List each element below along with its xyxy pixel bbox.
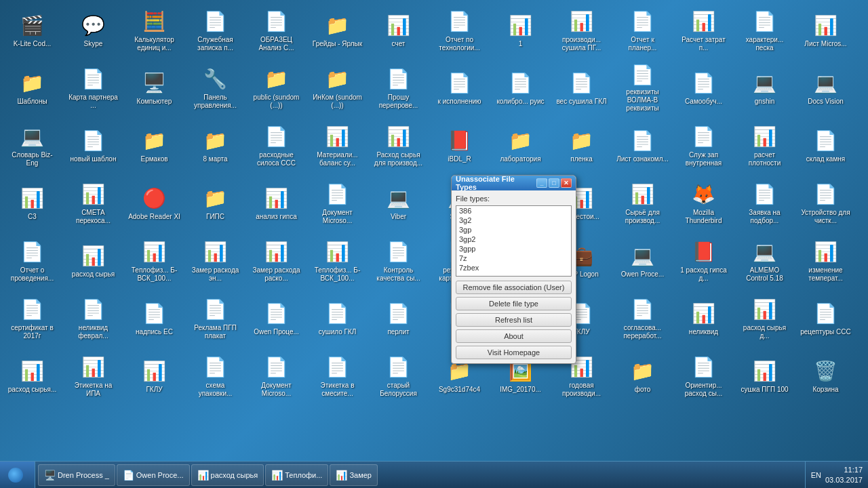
desktop-icon-rashod4[interactable]: 📊расход сырья... (3, 349, 61, 403)
desktop-icon-owen2[interactable]: 💻Owen Proce... (614, 234, 671, 288)
desktop-icon-shablony[interactable]: 📁Шаблоны (3, 61, 61, 115)
desktop-icon-syryo-dlya[interactable]: 📊Сырьё для производ... (614, 176, 671, 230)
taskbar-item-2[interactable]: 📊 расход сырья (191, 464, 264, 486)
desktop-icon-photo[interactable]: 📁фото (614, 349, 671, 403)
desktop-icon-rekvizit[interactable]: 📄реквизиты ВОЛМА-В реквизиты (614, 61, 671, 115)
desktop-icon-smeta[interactable]: 📊СМЕТА перекоса... (64, 176, 122, 230)
desktop-icon-list[interactable]: 📊Лист Micros... (797, 3, 854, 58)
desktop-icon-k-lite[interactable]: 🎬K-Lite Cod... (3, 3, 61, 58)
desktop-icon-list-oznak[interactable]: 📄Лист ознакомл... (614, 119, 671, 173)
desktop-icon-plenka[interactable]: 📁пленка (553, 119, 610, 173)
taskbar-item-4[interactable]: 📊 Замер (330, 464, 378, 486)
desktop-icon-slovar[interactable]: 💻Словарь Biz-Eng (3, 119, 61, 173)
desktop-icon-schema[interactable]: 📄схема упаковки... (186, 349, 244, 403)
desktop-icon-1[interactable]: 📊1 (492, 3, 549, 58)
delete-file-type-button[interactable]: Delete file type (456, 297, 572, 310)
desktop-icon-viber[interactable]: 💻Viber (370, 176, 427, 230)
desktop-icon-otchet1[interactable]: 📄Отчет по технологии... (431, 3, 488, 58)
desktop-icon-gklu2[interactable]: 📊ГКЛУ (125, 349, 183, 403)
desktop-icon-rashody[interactable]: 📄расходные силоса ССС (248, 119, 305, 173)
desktop-icon-nelikvid[interactable]: 📊неликвид (675, 291, 732, 346)
desktop-icon-produce[interactable]: 📊производи... сушила ПГ... (553, 3, 610, 58)
desktop-icon-kolibro[interactable]: 📄колибро... руис (492, 61, 549, 115)
desktop-icon-schet[interactable]: 📊счет (370, 3, 427, 58)
desktop-icon-materialy[interactable]: 📊Материали... баланс су... (309, 119, 366, 173)
desktop-icon-docs[interactable]: 💻Docs Vision (797, 61, 854, 115)
desktop-icon-gnshin[interactable]: 💻gnshin (736, 61, 793, 115)
desktop-icon-s3[interactable]: 📊С3 (3, 176, 61, 230)
desktop-icon-etiketka[interactable]: 📄Этикетка в смесите... (309, 349, 366, 403)
desktop-icon-staryy[interactable]: 📄старый Белоруссия (370, 349, 427, 403)
desktop-icon-inkom[interactable]: 📁ИнКом (sundom (...)) (309, 61, 366, 115)
desktop-icon-1raschet[interactable]: 📕1 расход гипса д... (675, 234, 732, 288)
start-button[interactable] (0, 462, 35, 488)
taskbar-item-1[interactable]: 📄 Owen Proce... (117, 464, 190, 486)
file-list-item[interactable]: 3g2 (456, 216, 571, 225)
desktop-icon-panel[interactable]: 🔧Панель управления... (186, 61, 244, 115)
desktop-icon-zayavka[interactable]: 📄Заявка на подбор... (736, 176, 793, 230)
desktop-icon-skype[interactable]: 💬Skype (64, 3, 122, 58)
desktop-icon-obrazets[interactable]: 📄ОБРАЗЕЦ Анализ С... (248, 3, 305, 58)
file-list-item[interactable]: 386 (456, 206, 571, 216)
desktop-icon-sluzh-zap[interactable]: 📄Служ зап внутренная (675, 119, 732, 173)
desktop-icon-novyi[interactable]: 📄новый шаблон (64, 119, 122, 173)
refresh-list-button[interactable]: Refresh list (456, 313, 572, 327)
desktop-icon-public[interactable]: 📁public (sundom (...)) (248, 61, 305, 115)
desktop-icon-computer[interactable]: 🖥️Компьютер (125, 61, 183, 115)
desktop-icon-ustroystvo[interactable]: 📄Устройство для чистк... (797, 176, 854, 230)
desktop-icon-karta[interactable]: 📄Карта партнера ... (64, 61, 122, 115)
desktop-icon-sushka100[interactable]: 📊сушка ПГП 100 (736, 349, 793, 403)
desktop-icon-nelikv2[interactable]: 📄неликвид феврал... (64, 291, 122, 346)
desktop-icon-izmenenie[interactable]: 📊изменение температ... (797, 234, 854, 288)
desktop-icon-dokument2[interactable]: 📄Документ Microsо... (248, 349, 305, 403)
desktop-icon-laboratoriya[interactable]: 📁лаборатория (492, 119, 549, 173)
desktop-icon-nadpis[interactable]: 📄надпись ЕС (125, 291, 183, 346)
desktop-icon-kontrol[interactable]: 📄Контроль качества сы... (370, 234, 427, 288)
close-button[interactable]: ✕ (561, 178, 572, 188)
desktop-icon-sertifikat[interactable]: 📄сертификат в 2017г (3, 291, 61, 346)
desktop-icon-ves[interactable]: 📄вес сушила ГКЛ (553, 61, 610, 115)
desktop-icon-dokument[interactable]: 📄Документ Microsо... (309, 176, 366, 230)
about-button[interactable]: About (456, 329, 572, 343)
desktop-icon-raschet[interactable]: 📊Расчет затрат п... (675, 3, 732, 58)
desktop-icon-service-note[interactable]: 📄Служебная записка п... (186, 3, 244, 58)
file-list-item[interactable]: 3gp (456, 225, 571, 235)
desktop-icon-calculator[interactable]: 🧮Калькулятор единиц и... (125, 3, 183, 58)
file-list-item[interactable]: 3gpp (456, 244, 571, 253)
desktop-icon-ibdl-r[interactable]: 📕iBDL_R (431, 119, 488, 173)
desktop-icon-8marta[interactable]: 📁8 марта (186, 119, 244, 173)
file-list-container[interactable]: 3863g23gp3gp23gpp7z7zbexaAACaccdaaccdbac… (456, 205, 572, 277)
desktop-icon-rashod-syrya[interactable]: 📊Расход сырья для производ... (370, 119, 427, 173)
file-list-item[interactable]: 7z (456, 253, 571, 263)
remove-association-button[interactable]: Remove file association (User) (456, 281, 572, 294)
file-list-item[interactable]: 7zbex (456, 263, 571, 272)
desktop-icon-owen3[interactable]: 📄Owen Проце... (248, 291, 305, 346)
desktop-icon-teplofiz1[interactable]: 📊Теплофиз... Б-ВСК_100... (125, 234, 183, 288)
desktop-icon-zamer2[interactable]: 📊Замер расхода раско... (248, 234, 305, 288)
desktop-icon-perlit[interactable]: 📄перлит (370, 291, 427, 346)
desktop-icon-samoobuch[interactable]: 📄Самообуч... (675, 61, 732, 115)
desktop-icon-ermakov[interactable]: 📁Ермаков (125, 119, 183, 173)
file-list-item[interactable]: a (456, 272, 571, 277)
desktop-icon-soglasova[interactable]: 📄согласова... переработ... (614, 291, 671, 346)
desktop-icon-otchet2[interactable]: 📄Отчет к планер... (614, 3, 671, 58)
desktop-icon-zamer1[interactable]: 📊Замер раскода эн... (186, 234, 244, 288)
desktop-icon-etiketa[interactable]: 📊Этикетка на ИПА (64, 349, 122, 403)
desktop-icon-rashod3[interactable]: 📊расход сырья д... (736, 291, 793, 346)
desktop-icon-mozilla[interactable]: 🦊Mozilla Thunderbird (675, 176, 732, 230)
desktop-icon-k-ispolneniyu[interactable]: 📄к исполнению (431, 61, 488, 115)
desktop-icon-reklama[interactable]: 📄Реклама ПГП плакат (186, 291, 244, 346)
taskbar-item-0[interactable]: 🖥️ Dren Process _ (38, 464, 115, 486)
desktop-icon-raschet-plot[interactable]: 📊расчет плотности (736, 119, 793, 173)
desktop-icon-otchet3[interactable]: 📄Отчет о проведения... (3, 234, 61, 288)
minimize-button[interactable]: _ (536, 178, 547, 188)
desktop-icon-gips[interactable]: 📁ГИПС (186, 176, 244, 230)
desktop-icon-harakter[interactable]: 📄характери... песка (736, 3, 793, 58)
desktop-icon-sushilo[interactable]: 📄сушило ГКЛ (309, 291, 366, 346)
desktop-icon-adobe[interactable]: 🔴Adobe Reader XI (125, 176, 183, 230)
desktop-icon-rashod2[interactable]: 📊расход сырья (64, 234, 122, 288)
taskbar-item-3[interactable]: 📊 Теплофи... (265, 464, 328, 486)
desktop-icon-orientirovka[interactable]: 📄Ориентир... расход сы... (675, 349, 732, 403)
desktop-icon-sklad-kamnya[interactable]: 📄склад камня (797, 119, 854, 173)
desktop-icon-korzina[interactable]: 🗑️Корзина (797, 349, 854, 403)
